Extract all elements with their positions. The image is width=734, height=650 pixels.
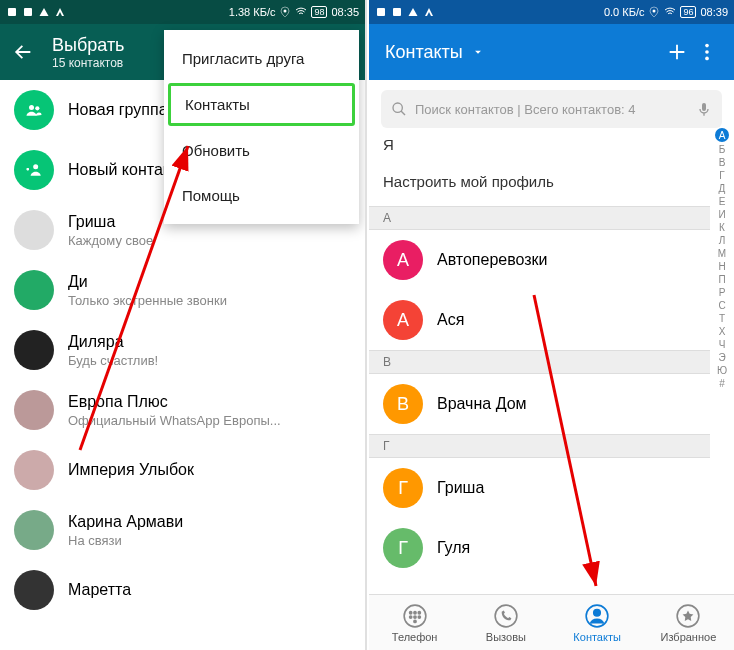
contacts-header: Контакты	[369, 24, 734, 80]
avatar	[14, 570, 54, 610]
svg-point-12	[705, 57, 709, 61]
more-icon[interactable]	[696, 41, 718, 63]
svg-point-19	[409, 616, 411, 618]
status-bar: 1.38 КБ/с 98 08:35	[0, 0, 365, 24]
search-input[interactable]: Поиск контактов | Всего контактов: 4	[381, 90, 722, 128]
avatar: А	[383, 240, 423, 280]
svg-point-13	[393, 103, 402, 112]
self-section-label: Я	[369, 128, 710, 157]
svg-rect-1	[24, 8, 32, 16]
svg-point-3	[29, 105, 34, 110]
contact-row[interactable]: ААвтоперевозки	[369, 230, 710, 290]
avatar	[14, 210, 54, 250]
alpha-letter[interactable]: Б	[719, 144, 726, 155]
alpha-letter[interactable]: И	[718, 209, 725, 220]
menu-item[interactable]: Пригласить друга	[164, 36, 359, 81]
alpha-letter[interactable]: К	[719, 222, 725, 233]
battery-level: 98	[311, 6, 327, 18]
battery-level: 96	[680, 6, 696, 18]
svg-point-10	[705, 44, 709, 48]
svg-line-6	[80, 146, 188, 450]
wifi-icon	[664, 6, 676, 18]
avatar	[14, 330, 54, 370]
avatar	[14, 390, 54, 430]
avatar: Г	[383, 468, 423, 508]
dialpad-icon	[402, 603, 428, 629]
alpha-letter[interactable]: Д	[719, 183, 726, 194]
svg-point-5	[33, 164, 38, 169]
svg-point-11	[705, 50, 709, 54]
clock: 08:35	[331, 6, 359, 18]
svg-point-17	[414, 611, 416, 613]
svg-point-22	[414, 620, 416, 622]
alpha-letter[interactable]: #	[719, 378, 725, 389]
nav-favorites[interactable]: Избранное	[643, 595, 734, 650]
network-speed: 1.38 КБ/с	[229, 6, 276, 18]
alpha-letter[interactable]: Ю	[717, 365, 727, 376]
svg-point-9	[653, 10, 656, 13]
svg-point-18	[418, 611, 420, 613]
alpha-letter[interactable]: Э	[718, 352, 725, 363]
alpha-letter[interactable]: Ч	[719, 339, 726, 350]
mic-icon[interactable]	[696, 101, 712, 117]
contact-name: Ася	[437, 311, 464, 329]
alpha-letter[interactable]: Т	[719, 313, 725, 324]
clock: 08:39	[700, 6, 728, 18]
alpha-index[interactable]: АБВГДЕИКЛМНПРСТХЧЭЮ#	[712, 128, 732, 592]
svg-point-16	[409, 611, 411, 613]
svg-rect-0	[8, 8, 16, 16]
header-title[interactable]: Контакты	[385, 42, 463, 63]
svg-point-23	[495, 605, 517, 627]
person-icon	[584, 603, 610, 629]
annotation-arrow-left	[60, 140, 210, 464]
svg-line-27	[534, 295, 596, 586]
handset-icon	[493, 603, 519, 629]
alpha-letter[interactable]: Н	[718, 261, 725, 272]
alpha-letter[interactable]: Л	[719, 235, 726, 246]
configure-profile-row[interactable]: Настроить мой профиль	[369, 157, 710, 206]
nav-phone[interactable]: Телефон	[369, 595, 460, 650]
svg-rect-8	[393, 8, 401, 16]
svg-point-2	[284, 10, 287, 13]
alpha-letter[interactable]: Х	[719, 326, 726, 337]
alpha-letter[interactable]: А	[715, 128, 729, 142]
avatar	[14, 90, 54, 130]
svg-point-20	[414, 616, 416, 618]
alpha-letter[interactable]: Е	[719, 196, 726, 207]
list-item[interactable]: Маретта	[0, 560, 365, 620]
alpha-letter[interactable]: Г	[719, 170, 724, 181]
chevron-down-icon[interactable]	[471, 45, 485, 59]
menu-item[interactable]: Контакты	[168, 83, 355, 126]
alpha-letter[interactable]: С	[718, 300, 725, 311]
svg-point-25	[594, 609, 601, 616]
section-header: А	[369, 206, 710, 230]
contact-name: Врачна Дом	[437, 395, 527, 413]
star-icon	[675, 603, 701, 629]
whatsapp-screen: 1.38 КБ/с 98 08:35 Выбрать 15 контактов …	[0, 0, 367, 650]
page-subtitle: 15 контактов	[52, 56, 125, 70]
page-title: Выбрать	[52, 35, 125, 56]
avatar	[14, 450, 54, 490]
back-icon[interactable]	[12, 41, 34, 63]
alpha-letter[interactable]: В	[719, 157, 726, 168]
avatar	[14, 270, 54, 310]
avatar: В	[383, 384, 423, 424]
alpha-letter[interactable]: П	[718, 274, 725, 285]
contact-name: Маретта	[68, 581, 131, 599]
avatar	[14, 510, 54, 550]
location-icon	[279, 6, 291, 18]
contact-name: Карина Армави	[68, 513, 183, 531]
add-contact-icon[interactable]	[666, 41, 688, 63]
contact-name: Новая группа	[68, 101, 168, 119]
alpha-letter[interactable]: Р	[719, 287, 726, 298]
contact-name: Автоперевозки	[437, 251, 548, 269]
svg-point-4	[35, 106, 39, 110]
alpha-letter[interactable]: М	[718, 248, 726, 259]
avatar	[14, 150, 54, 190]
svg-rect-7	[377, 8, 385, 16]
list-item[interactable]: Карина АрмавиНа связи	[0, 500, 365, 560]
avatar: Г	[383, 528, 423, 568]
location-icon	[648, 6, 660, 18]
network-speed: 0.0 КБ/с	[604, 6, 645, 18]
annotation-arrow-right	[524, 290, 614, 604]
